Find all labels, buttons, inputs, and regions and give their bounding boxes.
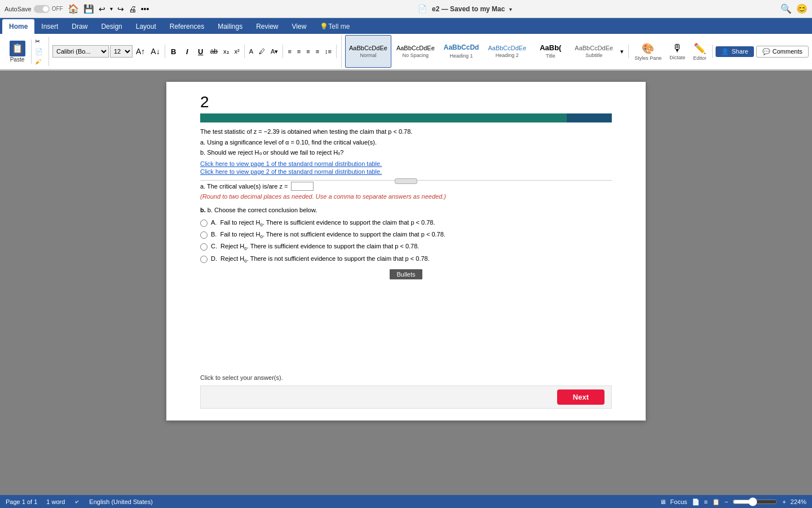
critical-value-input[interactable] — [291, 182, 314, 191]
choice-d-radio[interactable] — [200, 256, 208, 263]
font-select[interactable]: Calibri (Bo... — [52, 45, 109, 58]
paste-icon: 📋 — [10, 41, 25, 56]
tab-mailings[interactable]: Mailings — [211, 19, 249, 34]
search-icon[interactable]: 🔍 — [780, 3, 792, 14]
tab-layout[interactable]: Layout — [129, 19, 163, 34]
shading-btn[interactable]: A▾ — [268, 47, 280, 56]
choice-a-radio[interactable] — [200, 220, 208, 227]
align-center-btn[interactable]: ≡ — [295, 47, 303, 56]
autosave-text: AutoSave — [5, 6, 32, 12]
style-subtitle[interactable]: AaBbCcDdEe Subtitle — [571, 35, 617, 68]
superscript-btn[interactable]: x² — [232, 47, 242, 56]
focus-label[interactable]: Focus — [670, 498, 687, 505]
font-size-select[interactable]: 12 — [110, 45, 133, 58]
style-no-spacing[interactable]: AaBbCcDdEe No Spacing — [392, 35, 439, 68]
language: English (United States) — [89, 498, 153, 505]
save-icon[interactable]: 💾 — [83, 4, 94, 14]
share-label: Share — [731, 48, 748, 55]
tab-home[interactable]: Home — [2, 19, 34, 34]
paste-area[interactable]: 📋 Paste — [3, 40, 32, 64]
italic-btn[interactable]: I — [181, 45, 193, 58]
subscript-btn[interactable]: x₂ — [221, 47, 231, 56]
link2[interactable]: Click here to view page 2 of the standar… — [200, 168, 382, 175]
choice-a-text: A. Fail to reject H0. There is sufficien… — [211, 219, 612, 227]
tab-references[interactable]: References — [163, 19, 211, 34]
styles-more-btn[interactable]: ▾ — [618, 47, 626, 56]
zoom-out-icon[interactable]: − — [725, 498, 728, 505]
paste-label: Paste — [10, 56, 25, 63]
zoom-in-icon[interactable]: + — [782, 498, 785, 505]
filename-label: e2 — Saved to my Mac — [432, 5, 505, 13]
autosave-toggle[interactable] — [34, 5, 50, 13]
copy-btn[interactable]: 📄 — [33, 47, 45, 56]
tab-draw[interactable]: Draw — [65, 19, 94, 34]
style-normal[interactable]: AaBbCcDdEe Normal — [345, 35, 391, 68]
choice-d-row: D. Reject H0. There is not sufficient ev… — [200, 255, 612, 264]
choice-b-radio[interactable] — [200, 231, 208, 239]
toolbar: 📋 Paste ✂ 📄 🖌 Calibri (Bo... 12 A↑ A↓ B … — [0, 34, 812, 71]
tab-design[interactable]: Design — [94, 19, 129, 34]
check-icon[interactable]: 🗸 — [74, 498, 80, 505]
align-right-btn[interactable]: ≡ — [304, 47, 312, 56]
status-bar-right: 🖥 Focus 📄 ≡ 📋 − + 224% — [660, 497, 806, 506]
format-painter-btn[interactable]: 🖌 — [33, 57, 45, 66]
comments-label: Comments — [773, 48, 802, 55]
page-info: Page 1 of 1 — [6, 498, 37, 505]
layout-icon1[interactable]: 📄 — [692, 498, 700, 506]
save-dropdown[interactable]: ▾ — [509, 6, 512, 12]
tab-insert[interactable]: Insert — [34, 19, 65, 34]
share-button[interactable]: 👤 Share — [716, 46, 753, 57]
choice-c-text: C. Reject H0. There is sufficient eviden… — [211, 243, 612, 251]
zoom-slider[interactable] — [732, 497, 778, 506]
align-left-btn[interactable]: ≡ — [285, 47, 293, 56]
styles-pane-icon: 🎨 — [642, 42, 654, 55]
undo-dropdown-icon[interactable]: ▾ — [110, 6, 113, 12]
layout-icon3[interactable]: 📋 — [712, 498, 720, 506]
editor-btn[interactable]: ✏️ Editor — [690, 41, 710, 62]
styles-pane-btn[interactable]: 🎨 Styles Pane — [631, 41, 665, 62]
bold-btn[interactable]: B — [167, 45, 180, 58]
print-icon[interactable]: 🖨 — [129, 5, 136, 14]
strikethrough-btn[interactable]: ab — [208, 46, 220, 56]
word-count: 1 word — [46, 498, 65, 505]
style-heading1[interactable]: AaBbCcDd Heading 1 — [440, 35, 483, 68]
tab-view[interactable]: View — [285, 19, 314, 34]
autosave-label[interactable]: AutoSave OFF — [5, 5, 63, 13]
link1[interactable]: Click here to view page 1 of the standar… — [200, 160, 382, 167]
more-icon[interactable]: ••• — [141, 5, 149, 14]
next-button[interactable]: Next — [557, 389, 604, 405]
zoom-control — [732, 497, 778, 506]
divider-handle[interactable] — [395, 178, 417, 184]
comments-button[interactable]: 💬 Comments — [756, 46, 809, 58]
dictate-btn[interactable]: 🎙 Dictate — [666, 41, 689, 62]
highlight-btn[interactable]: 🖊 — [257, 47, 267, 56]
redo-icon[interactable]: ↪ — [117, 5, 124, 14]
zoom-level: 224% — [791, 498, 806, 505]
justify-btn[interactable]: ≡ — [314, 47, 321, 56]
choice-c-radio[interactable] — [200, 243, 208, 251]
layout-icon2[interactable]: ≡ — [704, 498, 708, 505]
line-spacing-btn[interactable]: ↕≡ — [323, 47, 334, 56]
status-bar-left: Page 1 of 1 1 word 🗸 English (United Sta… — [6, 498, 153, 505]
account-icon[interactable]: 😊 — [796, 3, 807, 14]
editor-label: Editor — [693, 55, 707, 61]
home-icon[interactable]: 🏠 — [68, 3, 79, 14]
bullets-button[interactable]: Bullets — [390, 269, 422, 279]
styles-pane-label: Styles Pane — [634, 55, 661, 61]
style-heading2[interactable]: AaBbCcDdEe Heading 2 — [484, 35, 530, 68]
cut-btn[interactable]: ✂ — [33, 37, 45, 46]
tab-tell-me[interactable]: 💡 Tell me — [313, 19, 356, 34]
ribbon-tabs: Home Insert Draw Design Layout Reference… — [0, 18, 812, 34]
choice-d-text: D. Reject H0. There is not sufficient ev… — [211, 255, 612, 264]
focus-icon[interactable]: 🖥 — [660, 498, 666, 505]
tab-review[interactable]: Review — [249, 19, 285, 34]
font-color-btn[interactable]: A — [247, 47, 255, 56]
underline-btn[interactable]: U — [195, 45, 207, 58]
decrease-font-btn[interactable]: A↓ — [148, 46, 162, 57]
choice-c-row: C. Reject H0. There is sufficient eviden… — [200, 243, 612, 251]
increase-font-btn[interactable]: A↑ — [134, 46, 147, 57]
critical-value-label: a. The critical value(s) is/are z = — [200, 183, 288, 190]
undo-icon[interactable]: ↩ — [99, 5, 105, 14]
part-a-intro: a. Using a significance level of α = 0.1… — [200, 138, 612, 147]
style-title[interactable]: AaBb( Title — [531, 35, 570, 68]
